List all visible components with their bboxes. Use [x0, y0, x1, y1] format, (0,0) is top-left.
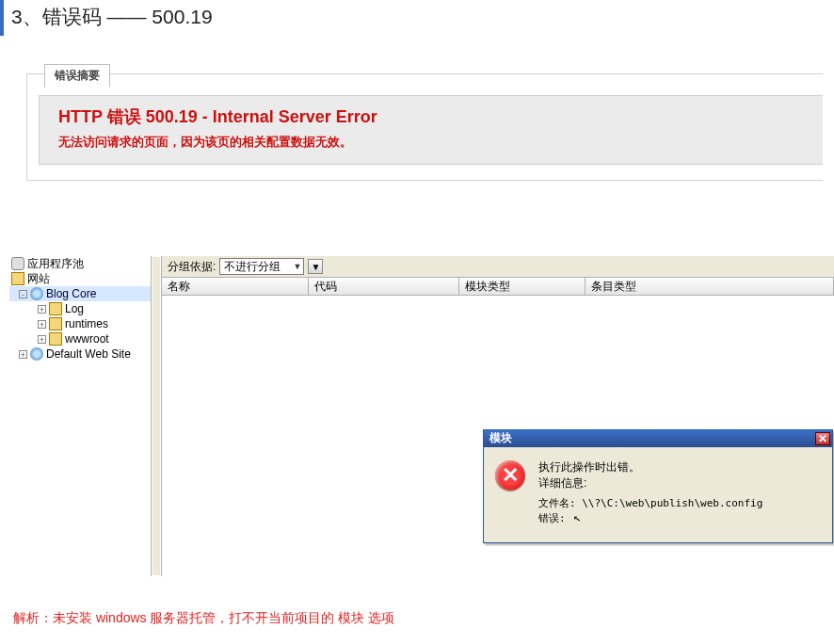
group-action-button[interactable]: ▼ — [308, 259, 323, 274]
group-dropdown-value: 不进行分组 — [224, 259, 281, 275]
dialog-file-value: \\?\C:\web\publish\web.config — [582, 497, 762, 509]
group-label: 分组依据: — [168, 259, 216, 275]
group-row: 分组依据: 不进行分组 ▼ ▼ — [162, 256, 834, 277]
page-title: 3、错误码 —— 500.19 — [0, 0, 834, 36]
tree-label: Log — [65, 301, 84, 316]
dialog-error-label: 错误: — [538, 512, 566, 524]
error-dialog: 模块 ✕ ✕ 执行此操作时出错。 详细信息: 文件名: \\?\C:\web\p… — [483, 429, 833, 543]
folder-icon — [49, 332, 62, 346]
chevron-down-icon: ▼ — [311, 262, 320, 272]
grid-col-code[interactable]: 代码 — [309, 278, 459, 295]
dialog-message-2: 详细信息: — [538, 476, 762, 491]
error-summary-tab: 错误摘要 — [44, 64, 110, 88]
folder-icon — [49, 317, 62, 330]
folder-icon — [49, 302, 62, 315]
tree-label: Default Web Site — [46, 346, 131, 362]
error-summary-inner: HTTP 错误 500.19 - Internal Server Error 无… — [39, 95, 823, 165]
tree-item-log[interactable]: + Log — [9, 301, 151, 316]
expand-icon[interactable]: + — [19, 350, 27, 359]
tree-label: 网站 — [27, 271, 50, 286]
tree-item-app-pool[interactable]: 应用程序池 — [9, 256, 151, 271]
tree-item-sites[interactable]: 网站 — [9, 271, 151, 286]
tree-label: runtimes — [65, 316, 108, 331]
group-dropdown[interactable]: 不进行分组 ▼ — [219, 258, 304, 275]
http-error-title: HTTP 错误 500.19 - Internal Server Error — [58, 105, 804, 128]
tree-label: 应用程序池 — [27, 256, 84, 271]
dialog-file-label: 文件名: — [538, 497, 576, 509]
grid-col-name[interactable]: 名称 — [162, 278, 309, 295]
analysis-text: 解析：未安装 windows 服务器托管，打不开当前项目的 模块 选项 — [13, 610, 394, 627]
dialog-title: 模块 — [489, 430, 512, 446]
grid-col-module-type[interactable]: 模块类型 — [459, 278, 585, 295]
http-error-description: 无法访问请求的页面，因为该页的相关配置数据无效。 — [58, 134, 804, 151]
dialog-message-1: 执行此操作时出错。 — [538, 460, 762, 475]
globe-icon — [30, 287, 43, 300]
tree-item-wwwroot[interactable]: + wwwroot — [9, 331, 151, 346]
dialog-file-line: 文件名: \\?\C:\web\publish\web.config — [538, 496, 762, 510]
dialog-error-line: 错误: ↖ — [538, 510, 762, 525]
grid-col-entry-type[interactable]: 条目类型 — [585, 278, 834, 295]
globe-icon — [30, 347, 43, 361]
grid-header: 名称 代码 模块类型 条目类型 — [162, 277, 834, 296]
expand-icon[interactable]: + — [38, 320, 46, 329]
tree-item-default-site[interactable]: + Default Web Site — [9, 346, 151, 362]
folder-icon — [11, 272, 24, 285]
dialog-text: 执行此操作时出错。 详细信息: 文件名: \\?\C:\web\publish\… — [538, 460, 762, 525]
tree-pane: 应用程序池 网站 - Blog Core + Log + runtimes + — [9, 256, 151, 576]
chevron-down-icon: ▼ — [293, 262, 301, 271]
splitter[interactable] — [151, 256, 162, 576]
collapse-icon[interactable]: - — [19, 290, 27, 298]
error-summary-box: 错误摘要 HTTP 错误 500.19 - Internal Server Er… — [26, 73, 823, 181]
tree-item-blog-core[interactable]: - Blog Core — [9, 286, 151, 301]
expand-icon[interactable]: + — [38, 335, 46, 344]
dialog-titlebar[interactable]: 模块 ✕ — [484, 430, 832, 447]
expand-icon[interactable]: + — [38, 305, 46, 314]
tree-label: wwwroot — [65, 331, 109, 346]
cursor-icon: ↖ — [572, 509, 582, 524]
error-icon: ✕ — [495, 460, 525, 491]
gear-icon — [11, 257, 24, 270]
tree-label: Blog Core — [46, 286, 96, 301]
tree-item-runtimes[interactable]: + runtimes — [9, 316, 151, 331]
close-button[interactable]: ✕ — [815, 432, 830, 445]
